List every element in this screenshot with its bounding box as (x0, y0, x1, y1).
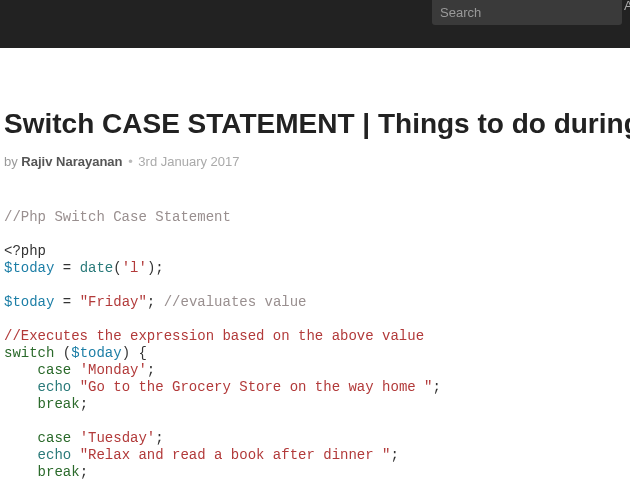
post-meta: by Rajiv Narayanan • 3rd January 2017 (4, 154, 630, 169)
code-indent (4, 464, 38, 480)
code-sp (71, 430, 79, 446)
article-content: Switch CASE STATEMENT | Things to do dur… (0, 108, 630, 481)
code-op: = (54, 260, 79, 276)
by-label: by (4, 154, 18, 169)
code-keyword: case (38, 362, 72, 378)
code-string: 'Tuesday' (80, 430, 156, 446)
code-string: 'Monday' (80, 362, 147, 378)
code-keyword: break (38, 396, 80, 412)
code-string: "Friday" (80, 294, 147, 310)
code-indent (4, 362, 38, 378)
code-semi: ; (155, 430, 163, 446)
code-semi: ; (432, 379, 440, 395)
code-op: = (54, 294, 79, 310)
code-keyword: echo (38, 379, 72, 395)
code-semi: ; (390, 447, 398, 463)
search-filter-dropdown[interactable]: All (616, 0, 630, 25)
post-date: 3rd January 2017 (138, 154, 239, 169)
code-comment: //Php Switch Case Statement (4, 209, 231, 225)
code-paren: ) { (122, 345, 147, 361)
code-indent (4, 430, 38, 446)
search-input[interactable] (432, 0, 616, 25)
code-block: //Php Switch Case Statement <?php $today… (4, 209, 630, 481)
code-keyword: break (38, 464, 80, 480)
code-semi: ; (147, 362, 155, 378)
code-indent (4, 447, 38, 463)
code-sp (71, 362, 79, 378)
code-keyword: case (38, 430, 72, 446)
code-paren: ); (147, 260, 164, 276)
code-semi: ; (80, 464, 88, 480)
code-string: "Go to the Grocery Store on the way home… (80, 379, 433, 395)
page-title: Switch CASE STATEMENT | Things to do dur… (4, 108, 630, 140)
code-sp (71, 447, 79, 463)
code-text: <?php (4, 243, 46, 259)
code-indent (4, 396, 38, 412)
code-keyword: switch (4, 345, 54, 361)
code-var: $today (4, 294, 54, 310)
code-var: $today (4, 260, 54, 276)
search-filter-label: All (624, 0, 630, 12)
code-semi: ; (80, 396, 88, 412)
code-paren: ( (113, 260, 121, 276)
code-var: $today (71, 345, 121, 361)
code-indent (4, 379, 38, 395)
code-comment: //Executes the expression based on the a… (4, 328, 424, 344)
code-string: 'l' (122, 260, 147, 276)
header-spacer (0, 48, 630, 108)
code-sp (71, 379, 79, 395)
meta-separator: • (128, 154, 133, 169)
search-box: All (432, 0, 622, 25)
author-link[interactable]: Rajiv Narayanan (21, 154, 122, 169)
code-semi: ; (147, 294, 164, 310)
code-comment: //evaluates value (164, 294, 307, 310)
code-keyword: echo (38, 447, 72, 463)
code-paren: ( (54, 345, 71, 361)
topbar: All (0, 0, 630, 48)
code-func: date (80, 260, 114, 276)
code-string: "Relax and read a book after dinner " (80, 447, 391, 463)
